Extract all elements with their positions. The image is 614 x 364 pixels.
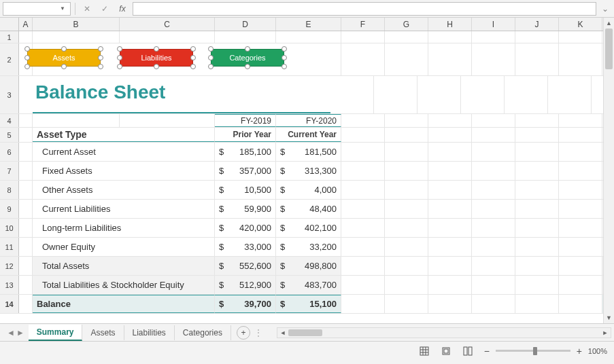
cell[interactable] [19,143,33,161]
cell[interactable] [515,257,559,275]
cell[interactable] [559,276,602,294]
resize-handle[interactable] [208,55,214,60]
cell[interactable] [559,181,602,199]
col-header[interactable]: I [472,18,515,31]
col-header[interactable]: F [341,18,385,31]
resize-handle[interactable] [245,64,250,69]
resize-handle[interactable] [98,64,103,69]
cell[interactable] [374,76,417,113]
cell-current-year-label[interactable]: Current Year [276,128,341,142]
cell[interactable] [428,128,472,142]
cell[interactable] [472,181,515,199]
cell[interactable] [341,295,385,313]
cell[interactable] [559,143,602,161]
cell[interactable] [19,114,33,127]
resize-handle[interactable] [61,46,67,52]
cell[interactable] [120,31,215,43]
cell[interactable] [472,200,515,218]
row-header[interactable]: 5 [0,128,19,142]
cell-current[interactable]: $33,200 [276,238,341,256]
cell-label[interactable]: Current Liabilities [33,200,215,218]
cell[interactable] [472,162,515,180]
cell-label[interactable]: Current Asset [33,143,215,161]
cell-current[interactable]: $181,500 [276,143,341,161]
cell[interactable] [515,181,559,199]
cell[interactable] [341,43,385,75]
cell[interactable] [341,143,385,161]
row-header[interactable]: 11 [0,238,19,256]
cell[interactable] [472,31,515,43]
cell[interactable] [19,128,33,142]
sheet-tab-assets[interactable]: Assets [82,325,124,340]
cell[interactable] [428,257,472,275]
cell[interactable] [19,162,33,180]
cell[interactable] [559,219,602,237]
resize-handle[interactable] [24,46,30,52]
resize-handle[interactable] [282,55,287,60]
cell[interactable] [385,276,428,294]
select-all-corner[interactable] [0,18,19,31]
cell[interactable] [385,128,428,142]
cell[interactable] [19,276,33,294]
cell-prior[interactable]: $357,000 [215,162,276,180]
zoom-slider[interactable] [496,350,570,352]
resize-handle[interactable] [154,46,159,52]
cell-prior[interactable]: $33,000 [215,238,276,256]
cell[interactable] [472,238,515,256]
sheet-tab-liabilities[interactable]: Liabilities [124,325,175,340]
cell[interactable] [559,43,602,75]
cell-current[interactable]: $313,300 [276,162,341,180]
expand-formula-bar-icon[interactable]: ⌄ [599,4,611,14]
cell[interactable] [341,114,385,127]
col-header[interactable]: H [428,18,472,31]
cell[interactable] [341,257,385,275]
cell-prior[interactable]: $10,500 [215,181,276,199]
cell[interactable] [428,295,472,313]
scroll-left-icon[interactable]: ◄ [277,329,288,336]
row-header[interactable]: 14 [0,295,19,313]
cell-total-prior[interactable]: $552,600 [215,257,276,275]
cell[interactable] [385,200,428,218]
cell[interactable] [385,162,428,180]
tab-nav-left-icon[interactable]: ◄ [7,328,15,338]
cell[interactable] [515,200,559,218]
sheet-tab-summary[interactable]: Summary [29,325,83,341]
cell[interactable] [515,238,559,256]
cell-year-current[interactable]: FY-2020 [276,114,341,127]
cell-total-current[interactable]: $483,700 [276,276,341,294]
cell[interactable] [515,162,559,180]
cell[interactable] [472,219,515,237]
cell-asset-type-label[interactable]: Asset Type [33,128,215,142]
cell-total-current[interactable]: $498,800 [276,257,341,275]
cell[interactable] [559,200,602,218]
resize-handle[interactable] [154,64,159,69]
cell-current[interactable]: $402,100 [276,219,341,237]
cell[interactable] [472,114,515,127]
col-header[interactable]: B [33,18,120,31]
cell[interactable] [428,276,472,294]
row-header[interactable]: 13 [0,276,19,294]
cell[interactable] [341,200,385,218]
col-header[interactable]: K [559,18,602,31]
cell[interactable] [515,114,559,127]
cell[interactable] [120,114,215,127]
cell[interactable] [515,295,559,313]
cell[interactable] [276,31,341,43]
shape-liabilities[interactable]: Liabilities [120,49,193,67]
cell[interactable] [33,31,120,43]
cell-total-label[interactable]: Total Liabilities & Stockholder Equity [33,276,215,294]
col-header[interactable]: C [120,18,215,31]
cell[interactable] [385,143,428,161]
page-layout-view-icon[interactable] [439,344,454,358]
resize-handle[interactable] [98,46,103,52]
cell[interactable] [19,181,33,199]
cell[interactable] [19,219,33,237]
cell[interactable] [428,219,472,237]
col-header[interactable]: J [515,18,559,31]
cell-label[interactable]: Owner Equity [33,238,215,256]
fx-icon[interactable]: fx [115,2,130,16]
cell-total-label[interactable]: Total Assets [33,257,215,275]
cell[interactable] [428,43,472,75]
row-header[interactable]: 10 [0,219,19,237]
cell[interactable] [385,238,428,256]
